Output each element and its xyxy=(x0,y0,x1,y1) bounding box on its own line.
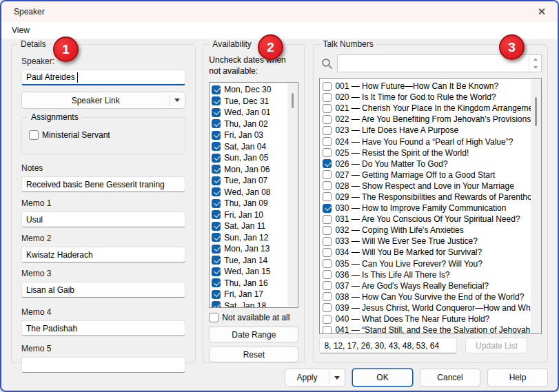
date-checkbox[interactable] xyxy=(212,165,221,174)
not-available-checkbox[interactable] xyxy=(209,313,218,322)
talk-list-item[interactable]: 028 — Show Respect and Love in Your Marr… xyxy=(323,180,541,192)
talk-list-scrollbar[interactable] xyxy=(531,79,541,333)
memo3-input[interactable] xyxy=(21,282,185,298)
talk-list-item[interactable]: 026 — Do You Matter To God? xyxy=(323,158,541,169)
update-list-button[interactable]: Update List xyxy=(465,338,527,353)
memo2-input[interactable] xyxy=(21,247,185,262)
date-list-item[interactable]: Sun, Jan 12 xyxy=(212,232,298,244)
talk-list-item[interactable]: 040 — What Does The Near Future Hold? xyxy=(323,313,541,324)
talk-list-item[interactable]: 031 — Are You Conscious Of Your Spiritua… xyxy=(323,214,541,225)
date-checkbox[interactable] xyxy=(212,131,221,140)
date-checkbox[interactable] xyxy=(212,187,221,196)
date-list-item[interactable]: Fri, Jan 10 xyxy=(212,209,298,221)
talk-checkbox[interactable] xyxy=(323,159,332,168)
availability-scrollbar[interactable] xyxy=(287,83,298,307)
date-list-item[interactable]: Mon, Jan 13 xyxy=(212,243,298,255)
date-checkbox[interactable] xyxy=(212,199,221,208)
talk-checkbox[interactable] xyxy=(323,303,332,312)
talk-numbers-input[interactable] xyxy=(319,338,457,353)
speaker-input[interactable] xyxy=(21,70,185,85)
date-checkbox[interactable] xyxy=(212,210,221,219)
date-list-item[interactable]: Tue, Dec 31 xyxy=(212,96,298,107)
speaker-link-button[interactable]: Speaker Link xyxy=(21,92,185,109)
date-list-item[interactable]: Wed, Jan 08 xyxy=(212,187,298,198)
talk-checkbox[interactable] xyxy=(323,259,332,268)
talk-list[interactable]: 001 — How Future—How Can It Be Known?020… xyxy=(319,78,542,334)
spinner-up-button[interactable] xyxy=(529,55,541,63)
talk-checkbox[interactable] xyxy=(323,270,332,279)
cancel-button[interactable]: Cancel xyxy=(420,369,480,386)
date-list-item[interactable]: Wed, Jan 15 xyxy=(212,266,298,278)
talk-checkbox[interactable] xyxy=(323,104,332,113)
talk-list-item[interactable]: 035 — Can You Live Forever? Will You? xyxy=(323,258,541,269)
talk-checkbox[interactable] xyxy=(323,93,332,102)
date-list-item[interactable]: Fri, Jan 03 xyxy=(212,130,298,141)
notes-input[interactable] xyxy=(21,176,185,192)
date-list-item[interactable]: Thu, Jan 09 xyxy=(212,198,298,209)
date-checkbox[interactable] xyxy=(212,96,221,105)
date-list-item[interactable]: Sat, Jan 04 xyxy=(212,141,298,153)
talk-list-item[interactable]: 027 — Getting Marriage Off to a Good Sta… xyxy=(323,169,541,180)
date-list-item[interactable]: Tue, Jan 14 xyxy=(212,255,298,267)
spinner-down-button[interactable] xyxy=(529,63,541,72)
date-checkbox[interactable] xyxy=(212,290,221,299)
talk-list-item[interactable]: 023 — Life Does Have A Purpose xyxy=(323,125,541,136)
date-list-item[interactable]: Tue, Jan 07 xyxy=(212,175,298,187)
talk-checkbox[interactable] xyxy=(323,192,332,201)
talk-checkbox[interactable] xyxy=(323,170,332,179)
close-button[interactable]: ✕ xyxy=(526,1,558,22)
date-list-item[interactable]: Sun, Jan 05 xyxy=(212,152,298,164)
talk-checkbox[interactable] xyxy=(323,326,332,334)
date-checkbox[interactable] xyxy=(212,245,221,254)
memo1-input[interactable] xyxy=(21,212,185,227)
date-list-item[interactable]: Mon, Dec 30 xyxy=(212,84,298,96)
date-list-item[interactable]: Mon, Jan 06 xyxy=(212,164,298,176)
menu-view[interactable]: View xyxy=(6,23,35,37)
date-checkbox[interactable] xyxy=(212,119,221,128)
talk-checkbox[interactable] xyxy=(323,126,332,135)
availability-date-list[interactable]: Mon, Dec 30Tue, Dec 31Wed, Jan 01Thu, Ja… xyxy=(209,82,298,308)
talk-list-item[interactable]: 021 — Cherish Your Place In the Kingdom … xyxy=(323,103,541,114)
speaker-link-dropdown[interactable] xyxy=(170,92,185,108)
ok-button[interactable]: OK xyxy=(352,369,413,386)
talk-checkbox[interactable] xyxy=(323,215,332,224)
talk-checkbox[interactable] xyxy=(323,226,332,235)
date-checkbox[interactable] xyxy=(212,176,221,185)
talk-list-scroll-thumb[interactable] xyxy=(535,97,537,126)
ministerial-servant-row[interactable]: Ministerial Servant xyxy=(29,130,178,140)
date-list-item[interactable]: Thu, Jan 16 xyxy=(212,278,298,289)
talk-list-item[interactable]: 001 — How Future—How Can It Be Known? xyxy=(323,81,541,92)
talk-list-item[interactable]: 036 — Is This Life All There Is? xyxy=(323,269,541,280)
talk-checkbox[interactable] xyxy=(323,82,332,91)
talk-checkbox[interactable] xyxy=(323,248,332,257)
talk-checkbox[interactable] xyxy=(323,181,332,190)
date-checkbox[interactable] xyxy=(212,301,221,308)
date-checkbox[interactable] xyxy=(212,108,221,117)
date-checkbox[interactable] xyxy=(212,233,221,242)
date-checkbox[interactable] xyxy=(212,142,221,151)
availability-scroll-thumb[interactable] xyxy=(292,93,294,108)
date-checkbox[interactable] xyxy=(212,85,221,94)
date-checkbox[interactable] xyxy=(212,256,221,265)
memo5-input[interactable] xyxy=(21,357,185,373)
talk-list-item[interactable]: 034 — Will You Be Marked for Survival? xyxy=(323,247,541,258)
ministerial-servant-checkbox[interactable] xyxy=(29,130,39,140)
apply-button[interactable]: Apply xyxy=(285,369,345,386)
talk-checkbox[interactable] xyxy=(323,237,332,246)
memo4-input[interactable] xyxy=(21,320,185,336)
talk-list-item[interactable]: 037 — Are God's Ways Really Beneficial? xyxy=(323,280,541,291)
not-available-row[interactable]: Not available at all xyxy=(209,313,298,322)
date-list-item[interactable]: Wed, Jan 01 xyxy=(212,107,298,118)
talk-list-item[interactable]: 039 — Jesus Christ, World Conqueror—How … xyxy=(323,302,541,313)
date-checkbox[interactable] xyxy=(212,267,221,276)
apply-dropdown[interactable] xyxy=(329,369,345,386)
talk-checkbox[interactable] xyxy=(323,204,332,213)
talk-list-item[interactable]: 020 — Is It Time for God to Rule the Wor… xyxy=(323,92,541,103)
date-list-item[interactable]: Thu, Jan 02 xyxy=(212,118,298,130)
talk-list-item[interactable]: 041 — “Stand Still, and See the Salvatio… xyxy=(323,324,541,334)
talk-search-input[interactable] xyxy=(337,54,529,72)
talk-list-item[interactable]: 038 — How Can You Survive the End of the… xyxy=(323,291,541,302)
talk-list-item[interactable]: 029 — The Responsibilities and Rewards o… xyxy=(323,192,541,203)
talk-list-item[interactable]: 022 — Are You Benefiting From Jehovah's … xyxy=(323,114,541,125)
date-checkbox[interactable] xyxy=(212,278,221,287)
